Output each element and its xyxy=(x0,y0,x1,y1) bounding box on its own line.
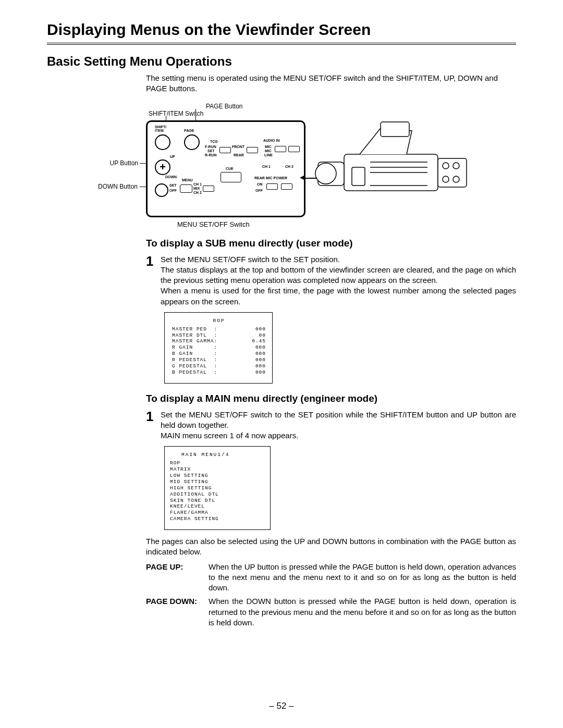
label-mic2: MIC xyxy=(265,149,272,153)
label-frun: F-RUN xyxy=(205,145,216,149)
audio-ch2-switch-icon xyxy=(288,146,300,152)
label-down: DOWN xyxy=(165,175,177,179)
def-key: PAGE UP: xyxy=(146,562,209,594)
front-rear-switch-icon xyxy=(247,147,258,153)
rop-item-label: B GAIN : xyxy=(172,351,217,357)
main-menu-item: SKIN TONE DTL xyxy=(170,498,264,504)
main-menu-item: KNEE/LEVEL xyxy=(170,503,264,510)
label-mic: MIC xyxy=(265,145,272,149)
rop-item-label: R GAIN : xyxy=(172,344,217,351)
down-knob-icon xyxy=(155,183,168,197)
rop-item-value: 000 xyxy=(255,369,266,376)
sub-menu-heading: To display a SUB menu directly (user mod… xyxy=(146,238,516,249)
rop-item-label: R PEDESTAL : xyxy=(172,357,217,363)
rop-item-label: G PEDESTAL : xyxy=(172,363,217,369)
svg-point-3 xyxy=(315,163,336,184)
label-up: UP xyxy=(170,155,175,158)
def-value: When the UP button is pressed while the … xyxy=(209,562,516,594)
rop-item-label: B PEDESTAL : xyxy=(172,369,217,376)
label-ch2b: CH 2 xyxy=(285,165,293,168)
main-menu-item: LOW SETTING xyxy=(170,473,264,479)
label-front: FRONT xyxy=(232,145,244,149)
callout-down-button: DOWN Button xyxy=(97,183,138,190)
label-menu: MENU xyxy=(182,178,193,182)
label-off2: OFF xyxy=(255,189,263,192)
rmp-ch2-switch-icon xyxy=(281,183,292,190)
main-screen-title: MAIN MENU1/4 xyxy=(170,452,264,458)
camera-illustration xyxy=(308,118,480,212)
rmp-ch1-switch-icon xyxy=(266,183,278,190)
rop-item-label: MASTER PED : xyxy=(172,326,217,332)
rop-title: ROP xyxy=(172,318,266,324)
svg-rect-5 xyxy=(352,167,365,186)
menu-switch-icon xyxy=(180,184,192,193)
callout-shift-item: SHIFT/ITEM Switch xyxy=(149,110,203,117)
label-shift-item: SHIFT/ ITEM xyxy=(155,125,166,132)
mix-switch-icon xyxy=(203,186,214,192)
cue-switch-icon xyxy=(221,172,241,182)
main-step-text: Set the MENU SET/OFF switch to the SET p… xyxy=(161,410,516,441)
main-menu-screen: MAIN MENU1/4 ROPMATRIXLOW SETTINGMID SET… xyxy=(164,446,271,530)
main-menu-item: ROP xyxy=(170,460,264,466)
control-panel-illustration: SHIFT/ ITEM PAGE + UP DOWN MENU SET OFF … xyxy=(146,120,305,217)
label-rear-mic-power: REAR MIC POWER xyxy=(254,176,287,180)
rop-item-value: 000 xyxy=(255,357,266,363)
label-mix: MIX xyxy=(193,187,200,190)
rop-item-value: 000 xyxy=(255,351,266,357)
main-menu-heading: To display a MAIN menu directly (enginee… xyxy=(146,393,516,404)
rop-item-value: 0.45 xyxy=(252,338,266,344)
label-rear: REAR xyxy=(234,153,244,157)
rop-item-value: 000 xyxy=(255,344,266,351)
step-number-1: 1 xyxy=(146,254,161,268)
step-number-1b: 1 xyxy=(146,410,161,423)
page-title: Displaying Menus on the Viewfinder Scree… xyxy=(47,21,516,45)
shift-item-knob-icon xyxy=(155,134,170,150)
step1-text: Set the MENU SET/OFF switch to the SET p… xyxy=(161,254,516,307)
label-audio-in: AUDIO IN xyxy=(263,139,280,142)
label-set: SET xyxy=(169,183,177,187)
main-menu-item: ADDITIONAL DTL xyxy=(170,491,264,498)
label-on: ON xyxy=(257,182,263,186)
main-menu-item: MID SETTING xyxy=(170,479,264,485)
label-ch2: CH 2 xyxy=(193,191,202,194)
callout-up-button: UP Button xyxy=(109,159,138,167)
label-page: PAGE xyxy=(184,129,194,132)
section-title: Basic Setting Menu Operations xyxy=(47,54,516,69)
after-screen-text: The pages can also be selected using the… xyxy=(146,536,516,558)
label-ch1b: CH 1 xyxy=(262,165,271,168)
label-set2: SET xyxy=(207,149,215,153)
label-rrun: R-RUN xyxy=(205,153,217,157)
rop-item-value: 00 xyxy=(259,332,266,339)
main-menu-item: HIGH SETTING xyxy=(170,485,264,491)
def-value: When the DOWN button is pressed while th… xyxy=(209,596,516,628)
main-menu-item: FLARE/GAMMA xyxy=(170,510,264,516)
label-tcg: TCG xyxy=(210,140,218,143)
label-cue: CUE xyxy=(226,167,234,170)
up-down-knob-icon: + xyxy=(155,159,170,175)
svg-rect-4 xyxy=(381,122,409,137)
diagram-row: PAGE Button SHIFT/ITEM Switch UP Button … xyxy=(109,100,516,217)
def-key: PAGE DOWN: xyxy=(146,596,209,628)
callout-menu-switch: MENU SET/OFF Switch xyxy=(177,220,516,228)
main-menu-item: MATRIX xyxy=(170,466,264,473)
intro-text: The setting menu is operated using the M… xyxy=(146,73,516,94)
label-line: LINE xyxy=(264,153,273,157)
callout-page-button: PAGE Button xyxy=(206,103,242,110)
page-number: – 52 – xyxy=(0,701,563,711)
tcg-switch-icon xyxy=(219,147,231,153)
svg-rect-1 xyxy=(438,158,467,187)
page-knob-icon xyxy=(184,134,200,150)
rop-menu-screen: ROP MASTER PED :000MASTER DTL :00MASTER … xyxy=(164,312,273,384)
rop-item-value: 000 xyxy=(255,326,266,332)
camera-icon xyxy=(308,118,480,212)
rop-item-value: 000 xyxy=(255,363,266,369)
rop-item-label: MASTER DTL : xyxy=(172,332,217,339)
label-ch1: CH 1 xyxy=(193,182,202,186)
main-menu-item: CAMERA SETTING xyxy=(170,516,264,522)
audio-ch1-switch-icon xyxy=(275,146,286,152)
label-off: OFF xyxy=(169,189,177,192)
rop-item-label: MASTER GAMMA: xyxy=(172,338,217,344)
